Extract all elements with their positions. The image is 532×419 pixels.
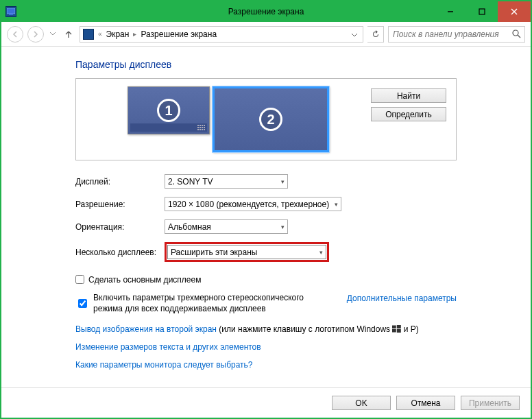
svg-point-6 — [513, 30, 518, 36]
text-size-link[interactable]: Изменение размеров текста и других элеме… — [75, 342, 261, 352]
orientation-value: Альбомная — [168, 222, 211, 232]
address-bar[interactable]: « Экран ▸ Разрешение экрана — [80, 26, 363, 43]
monitor-layout[interactable]: 1 2 — [86, 86, 371, 153]
multiple-displays-select[interactable]: Расширить эти экраны ▾ — [167, 245, 326, 259]
address-dropdown[interactable] — [349, 29, 360, 39]
detect-button[interactable]: Найти — [371, 88, 446, 103]
resolution-select[interactable]: 1920 × 1080 (рекомендуется, трехмерное) … — [165, 197, 341, 211]
breadcrumb-sep: « — [98, 30, 102, 38]
up-button[interactable] — [62, 27, 75, 41]
stereo-row: Включить параметры трехмерного стереоско… — [75, 292, 457, 314]
make-main-row: Сделать основным дисплеем — [75, 274, 457, 285]
titlebar: Разрешение экрана — [1, 1, 531, 22]
monitor-number: 1 — [157, 99, 180, 122]
second-screen-hint-pre: (или нажмите клавишу с логотипом Windows — [217, 324, 392, 334]
multiple-displays-label: Несколько дисплеев: — [75, 248, 165, 257]
ok-button[interactable]: OK — [332, 396, 391, 410]
display-select[interactable]: 2. SONY TV ▾ — [165, 174, 288, 189]
chevron-down-icon: ▾ — [335, 201, 338, 208]
apply-button[interactable]: Применить — [461, 396, 520, 410]
which-monitor-link[interactable]: Какие параметры монитора следует выбрать… — [75, 360, 253, 370]
monitor-layout-area: 1 2 Найти Определить — [75, 78, 457, 160]
second-screen-link[interactable]: Вывод изображения на второй экран — [75, 324, 217, 334]
chevron-down-icon: ▾ — [281, 224, 285, 230]
svg-rect-3 — [479, 9, 485, 14]
svg-rect-1 — [9, 14, 13, 15]
identify-button[interactable]: Определить — [371, 107, 446, 121]
cancel-button[interactable]: Отмена — [396, 396, 455, 410]
refresh-button[interactable] — [367, 26, 384, 43]
display-icon — [83, 29, 94, 40]
make-main-label: Сделать основным дисплеем — [88, 274, 201, 285]
windows-logo-icon — [392, 325, 401, 333]
breadcrumb-item[interactable]: Разрешение экрана — [141, 29, 217, 39]
form-area: Дисплей: 2. SONY TV ▾ Разрешение: 1920 ×… — [75, 174, 457, 370]
resolution-label: Разрешение: — [75, 200, 165, 209]
second-screen-hint-end: и P) — [401, 324, 418, 334]
chevron-right-icon: ▸ — [133, 30, 136, 38]
forward-button[interactable] — [27, 26, 44, 43]
monitor-side-buttons: Найти Определить — [371, 86, 446, 153]
multiple-displays-value: Расширить эти экраны — [171, 248, 257, 257]
navbar: « Экран ▸ Разрешение экрана — [1, 22, 531, 47]
make-main-checkbox[interactable] — [75, 275, 84, 284]
svg-rect-0 — [7, 8, 15, 14]
dialog-footer: OK Отмена Применить — [1, 387, 531, 418]
minimize-button[interactable] — [435, 1, 466, 22]
search-input[interactable] — [389, 29, 508, 39]
orientation-label: Ориентация: — [75, 222, 165, 232]
monitor-number: 2 — [259, 108, 282, 131]
highlight-marker: Расширить эти экраны ▾ — [165, 242, 329, 262]
svg-rect-10 — [392, 329, 396, 333]
svg-rect-8 — [392, 325, 396, 328]
back-button[interactable] — [7, 26, 23, 43]
search-box[interactable] — [388, 26, 525, 43]
monitor-2[interactable]: 2 — [213, 86, 329, 152]
window-chrome: Разрешение экрана « — [0, 0, 532, 419]
taskbar-art — [130, 123, 207, 132]
svg-line-7 — [518, 35, 520, 38]
chevron-down-icon: ▾ — [319, 249, 323, 256]
display-value: 2. SONY TV — [168, 177, 213, 187]
stereo-checkbox[interactable] — [78, 294, 87, 312]
close-button[interactable] — [498, 1, 531, 22]
maximize-button[interactable] — [466, 1, 498, 22]
breadcrumb-item[interactable]: Экран — [106, 29, 130, 39]
stereo-label: Включить параметры трехмерного стереоско… — [93, 292, 326, 314]
second-screen-row: Вывод изображения на второй экран (или н… — [75, 324, 457, 334]
window-controls — [435, 1, 531, 22]
recent-locations-button[interactable] — [48, 26, 58, 43]
advanced-settings-link[interactable]: Дополнительные параметры — [347, 294, 457, 303]
search-icon[interactable] — [508, 29, 524, 38]
page-title: Параметры дисплеев — [75, 59, 457, 70]
resolution-value: 1920 × 1080 (рекомендуется, трехмерное) — [168, 200, 329, 209]
display-icon — [5, 6, 16, 17]
display-label: Дисплей: — [75, 177, 165, 187]
chevron-down-icon: ▾ — [281, 178, 285, 185]
orientation-select[interactable]: Альбомная ▾ — [165, 219, 288, 234]
content-area: Параметры дисплеев 1 2 Найти Определить — [1, 47, 531, 387]
monitor-1[interactable]: 1 — [128, 86, 210, 134]
